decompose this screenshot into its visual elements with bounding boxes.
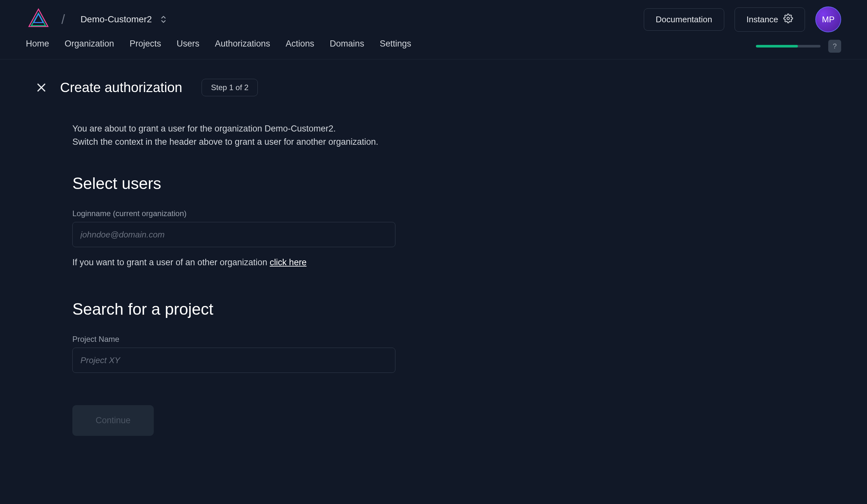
title-row: Create authorization Step 1 of 2 bbox=[35, 79, 832, 96]
close-button[interactable] bbox=[35, 82, 47, 93]
app-header: / Demo-Customer2 Documentation Instance bbox=[0, 0, 867, 39]
step-badge: Step 1 of 2 bbox=[202, 79, 258, 96]
tab-projects[interactable]: Projects bbox=[129, 39, 161, 53]
project-name-input[interactable] bbox=[72, 347, 395, 373]
nav-right: ? bbox=[756, 40, 841, 53]
tab-organization[interactable]: Organization bbox=[65, 39, 114, 53]
tab-settings[interactable]: Settings bbox=[379, 39, 411, 53]
loginname-input[interactable] bbox=[72, 222, 395, 247]
tab-domains[interactable]: Domains bbox=[330, 39, 364, 53]
help-button[interactable]: ? bbox=[828, 40, 841, 53]
chevron-updown-icon bbox=[160, 14, 167, 24]
main: Create authorization Step 1 of 2 You are… bbox=[0, 60, 867, 455]
progress-bar[interactable] bbox=[756, 45, 821, 47]
org-selector[interactable]: Demo-Customer2 bbox=[75, 12, 172, 27]
loginname-label: Loginname (current organization) bbox=[72, 209, 468, 218]
search-project-heading: Search for a project bbox=[72, 300, 468, 319]
select-users-heading: Select users bbox=[72, 174, 468, 193]
content: You are about to grant a user for the or… bbox=[35, 122, 468, 436]
project-name-label: Project Name bbox=[72, 335, 468, 344]
org-name: Demo-Customer2 bbox=[81, 14, 152, 24]
nav-row: Home Organization Projects Users Authori… bbox=[0, 39, 867, 60]
tab-actions[interactable]: Actions bbox=[286, 39, 314, 53]
header-left: / Demo-Customer2 bbox=[26, 7, 172, 32]
nav-tabs: Home Organization Projects Users Authori… bbox=[26, 39, 411, 53]
instance-label: Instance bbox=[747, 14, 778, 24]
gear-icon bbox=[783, 13, 793, 25]
progress-fill bbox=[756, 45, 798, 47]
project-input-wrap: Project Name bbox=[72, 335, 468, 373]
tab-users[interactable]: Users bbox=[177, 39, 200, 53]
svg-marker-1 bbox=[31, 13, 45, 26]
close-icon bbox=[35, 82, 47, 93]
info-text: You are about to grant a user for the or… bbox=[72, 122, 468, 148]
info-line-1: You are about to grant a user for the or… bbox=[72, 124, 336, 133]
header-right: Documentation Instance MP bbox=[644, 7, 841, 32]
zitadel-logo-icon[interactable] bbox=[26, 7, 51, 32]
helper-prefix: If you want to grant a user of an other … bbox=[72, 257, 270, 267]
instance-button[interactable]: Instance bbox=[735, 8, 805, 32]
click-here-link[interactable]: click here bbox=[270, 257, 307, 267]
page-title: Create authorization bbox=[60, 80, 182, 95]
documentation-label: Documentation bbox=[656, 14, 712, 24]
tab-home[interactable]: Home bbox=[26, 39, 49, 53]
search-project-section: Search for a project Project Name Contin… bbox=[72, 300, 468, 436]
help-symbol: ? bbox=[833, 42, 837, 50]
avatar[interactable]: MP bbox=[815, 7, 841, 32]
helper-text: If you want to grant a user of an other … bbox=[72, 257, 468, 268]
info-line-2: Switch the context in the header above t… bbox=[72, 137, 378, 147]
breadcrumb-separator: / bbox=[61, 12, 65, 27]
documentation-button[interactable]: Documentation bbox=[644, 8, 724, 31]
svg-point-3 bbox=[787, 17, 790, 20]
avatar-initials: MP bbox=[822, 14, 835, 24]
continue-button[interactable]: Continue bbox=[72, 405, 154, 436]
tab-authorizations[interactable]: Authorizations bbox=[215, 39, 270, 53]
